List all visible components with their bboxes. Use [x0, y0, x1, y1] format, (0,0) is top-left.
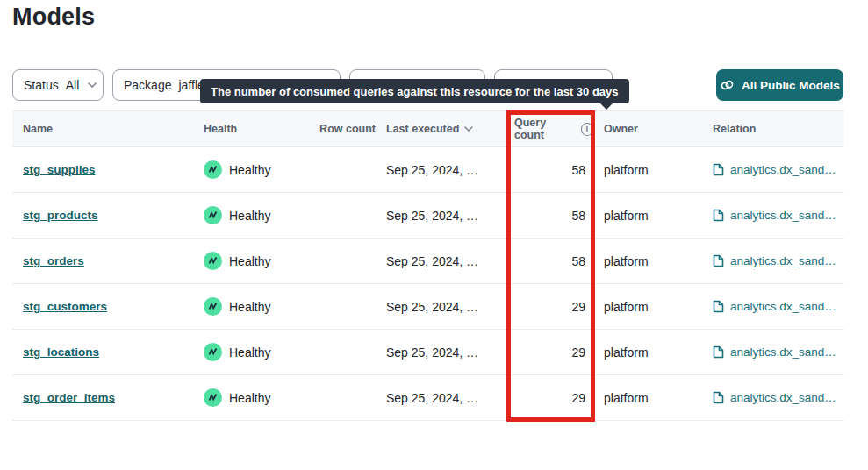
page-title: Models: [12, 4, 95, 31]
relation-link[interactable]: analytics.dx_sand…: [730, 163, 836, 176]
model-link[interactable]: stg_order_items: [23, 391, 115, 404]
sort-chevron-down-icon: [464, 126, 473, 132]
query-count-cell: 58: [507, 239, 593, 283]
row-count-cell: [307, 330, 376, 374]
model-link[interactable]: stg_products: [23, 209, 98, 222]
tooltip-caret: [599, 103, 613, 110]
table-row: stg_orders Healthy Sep 25, 2024, … 58 pl…: [12, 239, 843, 284]
model-link[interactable]: stg_locations: [23, 345, 99, 359]
query-count-cell: 29: [507, 284, 593, 329]
table-row: stg_supplies Healthy Sep 25, 2024, … 58 …: [12, 147, 843, 193]
health-label: Healthy: [229, 300, 270, 314]
last-executed-cell: Sep 25, 2024, …: [376, 193, 507, 238]
document-icon: [713, 163, 724, 176]
relation-link[interactable]: analytics.dx_sand…: [730, 345, 836, 359]
last-executed-cell: Sep 25, 2024, …: [376, 330, 507, 374]
model-link[interactable]: stg_orders: [23, 254, 84, 267]
healthy-badge-icon: [204, 160, 222, 179]
query-count-cell: 29: [507, 330, 593, 374]
last-executed-cell: Sep 25, 2024, …: [376, 375, 507, 420]
chevron-down-icon: [88, 82, 97, 88]
models-table: Name Health Row count Last executed Quer…: [12, 110, 843, 421]
model-link[interactable]: stg_supplies: [23, 163, 96, 176]
package-filter-label: Package: [124, 78, 171, 92]
health-label: Healthy: [229, 254, 270, 268]
owner-cell: platform: [593, 330, 702, 374]
health-label: Healthy: [229, 209, 270, 223]
owner-cell: platform: [593, 284, 702, 329]
query-count-cell: 29: [507, 375, 593, 420]
column-header-name: Name: [12, 111, 202, 146]
last-executed-cell: Sep 25, 2024, …: [376, 284, 507, 329]
healthy-badge-icon: [204, 388, 222, 407]
table-header-row: Name Health Row count Last executed Quer…: [12, 110, 843, 147]
table-row: stg_customers Healthy Sep 25, 2024, … 29…: [12, 284, 843, 330]
relation-link[interactable]: analytics.dx_sand…: [730, 209, 836, 222]
table-row: stg_products Healthy Sep 25, 2024, … 58 …: [12, 193, 843, 239]
status-filter-label: Status: [24, 78, 59, 92]
column-header-row-count: Row count: [307, 111, 376, 146]
document-icon: [713, 391, 724, 404]
column-header-relation: Relation: [702, 111, 843, 146]
query-count-tooltip: The number of consumed queries against t…: [200, 79, 629, 103]
document-icon: [713, 254, 724, 267]
row-count-cell: [307, 375, 376, 420]
healthy-badge-icon: [204, 252, 222, 270]
tooltip-text: The number of consumed queries against t…: [211, 85, 619, 98]
all-public-models-label: All Public Models: [742, 79, 840, 92]
last-executed-cell: Sep 25, 2024, …: [376, 147, 507, 192]
health-label: Healthy: [229, 163, 270, 177]
row-count-cell: [307, 193, 376, 238]
owner-cell: platform: [593, 375, 702, 420]
row-count-cell: [307, 147, 376, 192]
relation-link[interactable]: analytics.dx_sand…: [730, 254, 836, 267]
healthy-badge-icon: [204, 206, 222, 224]
relation-link[interactable]: analytics.dx_sand…: [730, 300, 836, 313]
status-filter-value: All: [66, 78, 80, 92]
healthy-badge-icon: [204, 297, 222, 316]
column-header-last-executed[interactable]: Last executed: [376, 111, 507, 146]
relation-link[interactable]: analytics.dx_sand…: [730, 391, 836, 404]
column-header-health: Health: [202, 111, 307, 146]
owner-cell: platform: [593, 193, 702, 238]
query-count-cell: 58: [507, 147, 593, 192]
health-label: Healthy: [229, 391, 270, 405]
document-icon: [713, 345, 724, 359]
column-header-owner: Owner: [593, 111, 702, 146]
table-row: stg_order_items Healthy Sep 25, 2024, … …: [12, 375, 843, 421]
health-label: Healthy: [229, 345, 270, 360]
query-count-cell: 58: [507, 193, 593, 238]
row-count-cell: [307, 239, 376, 283]
all-public-models-button[interactable]: All Public Models: [716, 69, 843, 101]
models-page: Models Status All Package jaffle_ All Pu…: [0, 0, 868, 470]
document-icon: [713, 300, 724, 313]
document-icon: [713, 209, 724, 222]
link-icon: [720, 79, 735, 91]
column-header-query-count: Query count i: [507, 111, 593, 146]
model-link[interactable]: stg_customers: [23, 300, 107, 313]
owner-cell: platform: [593, 239, 702, 283]
table-row: stg_locations Healthy Sep 25, 2024, … 29…: [12, 330, 843, 375]
last-executed-cell: Sep 25, 2024, …: [376, 239, 507, 283]
owner-cell: platform: [593, 147, 702, 192]
row-count-cell: [307, 284, 376, 329]
info-icon[interactable]: i: [581, 123, 593, 136]
status-filter-dropdown[interactable]: Status All: [12, 69, 104, 101]
healthy-badge-icon: [204, 343, 222, 361]
